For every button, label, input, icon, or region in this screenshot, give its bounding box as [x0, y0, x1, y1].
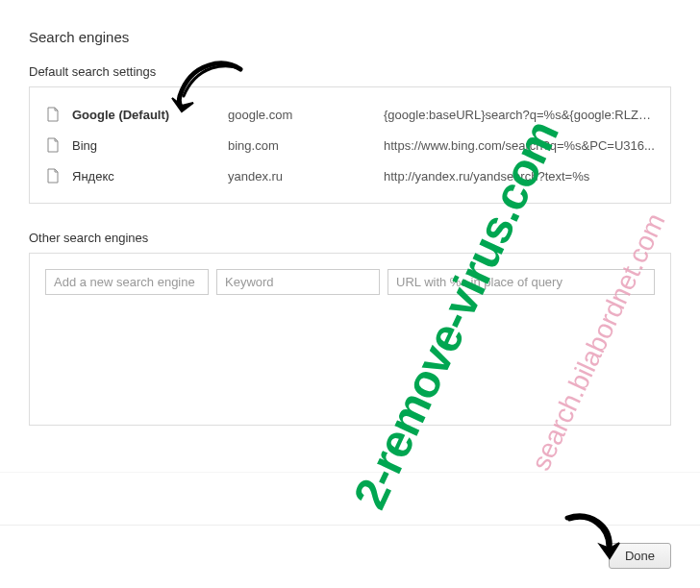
- page-icon: [45, 137, 61, 153]
- table-row[interactable]: Яндекс yandex.ru http://yandex.ru/yandse…: [45, 160, 655, 191]
- other-engines-panel: [29, 253, 671, 426]
- default-engines-panel: Google (Default) google.com {google:base…: [29, 86, 671, 204]
- divider: [0, 525, 700, 526]
- engine-name: Bing: [72, 138, 216, 153]
- table-row[interactable]: Bing bing.com https://www.bing.com/searc…: [45, 130, 655, 160]
- engine-keyword: google.com: [228, 108, 372, 122]
- page-icon: [45, 168, 61, 184]
- engine-name: Яндекс: [72, 169, 216, 184]
- add-engine-name-input[interactable]: [45, 269, 209, 295]
- engine-url: https://www.bing.com/search?q=%s&PC=U316…: [384, 138, 655, 153]
- add-engine-keyword-input[interactable]: [216, 269, 380, 295]
- table-row[interactable]: Google (Default) google.com {google:base…: [45, 99, 655, 130]
- engine-url: {google:baseURL}search?q=%s&{google:RLZ}…: [384, 108, 655, 122]
- divider: [0, 472, 700, 473]
- page-icon: [45, 107, 61, 122]
- add-engine-url-input[interactable]: [388, 269, 655, 295]
- add-engine-row: [45, 269, 655, 295]
- footer: Done: [609, 543, 671, 569]
- engine-keyword: yandex.ru: [228, 169, 372, 184]
- engine-url: http://yandex.ru/yandsearch?text=%s: [384, 169, 655, 184]
- other-section-title: Other search engines: [29, 231, 671, 245]
- done-button[interactable]: Done: [609, 543, 671, 569]
- page-title: Search engines: [29, 29, 671, 45]
- default-section-title: Default search settings: [29, 64, 671, 79]
- main-container: Search engines Default search settings G…: [0, 0, 700, 445]
- engine-name: Google (Default): [72, 108, 216, 122]
- engine-keyword: bing.com: [228, 138, 372, 153]
